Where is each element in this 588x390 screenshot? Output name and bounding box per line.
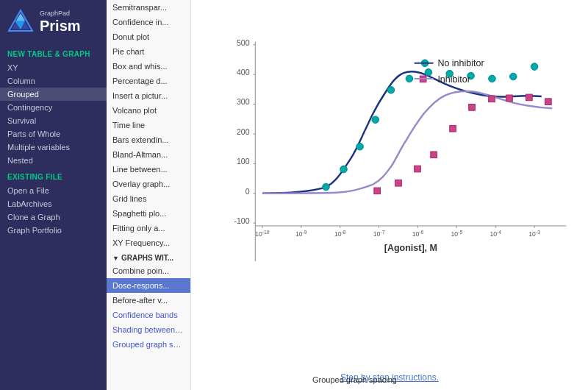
svg-rect-53 <box>450 125 456 132</box>
menu-item-dose-response[interactable]: Dose-respons... <box>107 278 190 293</box>
svg-point-40 <box>372 116 379 124</box>
svg-text:200: 200 <box>237 127 250 136</box>
svg-text:[Agonist], M: [Agonist], M <box>384 243 437 253</box>
sidebar-item-multiple-variables[interactable]: Multiple variables <box>0 141 107 154</box>
svg-point-37 <box>323 183 330 191</box>
menu-item-donut-plot[interactable]: Donut plot <box>107 29 190 44</box>
chart-container: 500 400 300 200 100 0 -100 10-10 10-9 10… <box>206 15 573 369</box>
sidebar: GraphPad Prism NEW TABLE & GRAPH XY Colu… <box>0 0 107 390</box>
menu-item-confidence-bands[interactable]: Confidence bands <box>107 308 190 322</box>
sidebar-item-column[interactable]: Column <box>0 74 107 88</box>
svg-text:10-5: 10-5 <box>451 230 463 238</box>
sidebar-item-xy[interactable]: XY <box>0 61 107 74</box>
svg-point-43 <box>425 68 432 76</box>
menu-item-insert-picture[interactable]: Insert a pictur... <box>107 88 190 103</box>
menu-item-before-after[interactable]: Before-after v... <box>107 293 190 308</box>
svg-rect-51 <box>415 166 421 172</box>
menu-item-xy-frequency[interactable]: XY Frequency... <box>107 235 190 250</box>
menu-item-pie-chart[interactable]: Pie chart <box>107 44 190 59</box>
logo-area: GraphPad Prism <box>0 0 107 44</box>
sidebar-item-open-file[interactable]: Open a File <box>0 184 107 197</box>
svg-point-48 <box>531 63 538 71</box>
svg-point-47 <box>509 73 517 80</box>
menu-item-shading-between[interactable]: Shading between grid lines <box>107 322 190 337</box>
chart-svg: 500 400 300 200 100 0 -100 10-10 10-9 10… <box>206 15 573 324</box>
svg-text:No inhibitor: No inhibitor <box>437 58 484 68</box>
sidebar-item-clone-graph[interactable]: Clone a Graph <box>0 210 107 224</box>
svg-point-39 <box>356 143 364 150</box>
svg-text:10-8: 10-8 <box>334 230 346 238</box>
sidebar-item-survival[interactable]: Survival <box>0 114 107 127</box>
main-content: 500 400 300 200 100 0 -100 10-10 10-9 10… <box>191 0 588 390</box>
menu-item-bars-extending[interactable]: Bars extendin... <box>107 132 190 147</box>
menu-item-percentage[interactable]: Percentage d... <box>107 74 190 88</box>
sidebar-item-nested[interactable]: Nested <box>0 154 107 167</box>
existing-file-section-title: EXISTING FILE <box>0 167 107 184</box>
svg-text:300: 300 <box>237 98 250 107</box>
svg-text:500: 500 <box>237 38 250 47</box>
sidebar-item-parts-of-whole[interactable]: Parts of Whole <box>0 127 107 141</box>
menu-item-time-line[interactable]: Time line <box>107 118 190 132</box>
sidebar-item-grouped[interactable]: Grouped <box>0 88 107 101</box>
prism-logo-icon <box>7 9 34 35</box>
menu-panel: Semitranspar... Confidence in... Donut p… <box>107 0 191 390</box>
svg-point-41 <box>387 87 395 94</box>
menu-item-grouped-spacing[interactable]: Grouped graph spacing <box>107 337 190 352</box>
svg-rect-49 <box>374 188 381 194</box>
menu-item-fitting-only[interactable]: Fitting only a... <box>107 221 190 235</box>
svg-rect-57 <box>526 94 533 101</box>
svg-text:100: 100 <box>237 157 250 166</box>
svg-text:10-10: 10-10 <box>255 230 270 238</box>
svg-text:400: 400 <box>237 68 250 77</box>
svg-text:10-7: 10-7 <box>373 230 385 238</box>
svg-text:10-6: 10-6 <box>412 230 424 238</box>
sidebar-item-contingency[interactable]: Contingency <box>0 101 107 114</box>
svg-rect-56 <box>506 95 513 102</box>
svg-text:0: 0 <box>245 187 250 196</box>
menu-item-box-whis[interactable]: Box and whis... <box>107 59 190 74</box>
svg-text:10-4: 10-4 <box>490 230 501 238</box>
sidebar-item-labarchives[interactable]: LabArchives <box>0 197 107 210</box>
svg-point-38 <box>340 166 348 173</box>
menu-item-volcano[interactable]: Volcano plot <box>107 103 190 118</box>
logo-text: GraphPad Prism <box>40 10 81 35</box>
menu-item-grid-lines[interactable]: Grid lines <box>107 191 190 206</box>
svg-rect-52 <box>431 152 437 158</box>
svg-rect-54 <box>469 104 476 111</box>
graphs-with-section: ▼ GRAPHS WIT... <box>107 250 190 263</box>
svg-rect-55 <box>489 96 495 102</box>
svg-rect-58 <box>545 99 552 105</box>
menu-item-confidence-in[interactable]: Confidence in... <box>107 15 190 29</box>
sidebar-item-graph-portfolio[interactable]: Graph Portfolio <box>0 224 107 237</box>
menu-item-overlay-graph[interactable]: Overlay graph... <box>107 177 190 191</box>
svg-text:10-9: 10-9 <box>295 230 307 238</box>
svg-text:Inhibitor: Inhibitor <box>437 74 470 85</box>
bottom-status-text: Grouped graph spacing <box>312 375 397 384</box>
menu-item-bland-altman[interactable]: Bland-Altman... <box>107 147 190 162</box>
svg-text:-100: -100 <box>234 216 249 225</box>
svg-point-42 <box>406 75 413 82</box>
menu-item-combine-points[interactable]: Combine poin... <box>107 263 190 278</box>
svg-rect-50 <box>395 180 402 186</box>
menu-item-spaghetti[interactable]: Spaghetti plo... <box>107 206 190 221</box>
collapse-arrow-icon: ▼ <box>112 255 119 262</box>
graphpad-label: GraphPad <box>40 10 81 18</box>
new-table-section-title: NEW TABLE & GRAPH <box>0 44 107 61</box>
svg-text:10-3: 10-3 <box>528 230 540 238</box>
menu-item-line-between[interactable]: Line between... <box>107 162 190 177</box>
svg-point-46 <box>489 75 496 82</box>
menu-item-semitranspar[interactable]: Semitranspar... <box>107 0 190 15</box>
graphs-with-label: GRAPHS WIT... <box>121 254 173 262</box>
prism-label: Prism <box>40 17 81 35</box>
